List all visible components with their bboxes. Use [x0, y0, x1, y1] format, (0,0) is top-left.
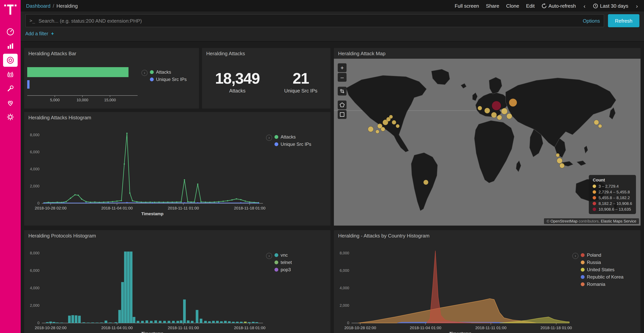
svg-text:6,000: 6,000	[30, 268, 40, 272]
svg-text:2018-11-04 01:00: 2018-11-04 01:00	[101, 206, 133, 210]
sidebar	[0, 0, 21, 333]
bar-chart-icon[interactable]	[0, 39, 21, 53]
svg-text:8,000: 8,000	[340, 251, 349, 255]
metric-value: 21	[284, 70, 318, 87]
clone-button[interactable]: Clone	[506, 3, 519, 9]
legend-toggle-icon[interactable]: ›	[572, 253, 578, 259]
gear-icon[interactable]	[0, 110, 21, 124]
panel-heralding-attacks-metric: Heralding Attacks 18,349 Attacks 21 Uniq…	[202, 48, 330, 109]
time-range-picker[interactable]: Last 30 days	[593, 3, 628, 9]
heartbeat-icon[interactable]	[0, 96, 21, 110]
legend-item[interactable]: Attacks	[150, 70, 187, 75]
legend-dot-icon	[581, 268, 584, 272]
auto-refresh-button[interactable]: Auto-refresh	[542, 3, 576, 9]
svg-text:0: 0	[347, 321, 349, 325]
map-attribution: © OpenStreetMap contributors, Elastic Ma…	[544, 218, 639, 224]
attacks-line-chart[interactable]: 02,0004,0006,0008,0002018-10-28 02:00201…	[24, 123, 266, 226]
legend-dot-icon	[274, 260, 278, 264]
metric-label: Attacks	[215, 88, 260, 94]
map-legend-dot-icon	[593, 184, 596, 188]
refresh-button[interactable]: Refresh	[608, 14, 640, 27]
chart-legend: › AttacksUnique Src IPs	[142, 59, 199, 109]
chart-legend: › PolandRussiaUnited StatesRepublic of K…	[572, 241, 640, 333]
full-screen-button[interactable]: Full screen	[455, 3, 479, 9]
legend-toggle-icon[interactable]: ›	[266, 135, 272, 141]
robot-icon[interactable]	[0, 67, 21, 81]
legend-dot-icon	[581, 253, 584, 257]
legend-label: Republic of Korea	[587, 274, 624, 280]
legend-dot-icon	[274, 142, 278, 146]
openstreetmap-link[interactable]: OpenStreetMap	[550, 219, 578, 223]
fit-bounds-icon[interactable]	[338, 87, 346, 96]
svg-text:2018-10-28 02:00: 2018-10-28 02:00	[35, 206, 66, 210]
panel-attacks-by-country-histogram: Heralding - Attacks by Country Histogram…	[334, 230, 640, 333]
legend-toggle-icon[interactable]: ›	[142, 70, 148, 76]
map-legend-row: 10,908.6 – 13,635	[593, 207, 632, 211]
metric-attacks: 18,349 Attacks	[215, 70, 260, 94]
svg-text:Timestamp: Timestamp	[141, 331, 164, 333]
wrench-icon[interactable]	[0, 81, 21, 96]
breadcrumb-separator: /	[53, 3, 54, 9]
query-area: >_ Options Refresh Add a filter +	[21, 12, 644, 42]
legend-item[interactable]: Unique Src IPs	[274, 142, 311, 147]
panel-heralding-attacks-bar: Heralding Attacks Bar 5,00010,00015,000 …	[24, 48, 199, 109]
legend-item[interactable]: Republic of Korea	[581, 274, 624, 280]
legend-dot-icon	[581, 260, 584, 264]
metric-label: Unique Src IPs	[284, 88, 318, 94]
legend-item[interactable]: Attacks	[274, 134, 311, 140]
draw-rectangle-icon[interactable]	[338, 110, 346, 119]
legend-item[interactable]: United States	[581, 267, 624, 272]
zoom-in-button[interactable]: +	[338, 63, 346, 72]
svg-text:2,000: 2,000	[30, 184, 40, 188]
query-options-link[interactable]: Options	[583, 18, 600, 24]
legend-item[interactable]: Russia	[581, 260, 624, 265]
sidebar-item-selected[interactable]	[0, 53, 21, 67]
world-map[interactable]: + –	[334, 59, 640, 226]
elastic-maps-link[interactable]: Elastic Maps Service	[601, 219, 636, 223]
tachometer-icon[interactable]	[0, 25, 21, 39]
clock-icon	[593, 3, 598, 8]
time-forward-chevron-icon[interactable]: ›	[635, 3, 639, 9]
legend-label: pop3	[280, 267, 291, 272]
edit-button[interactable]: Edit	[526, 3, 535, 9]
breadcrumb-dashboard-link[interactable]: Dashboard	[26, 3, 50, 9]
kibana-dashboard: Dashboard / Heralding Full screen Share …	[0, 0, 644, 333]
legend-item[interactable]: pop3	[274, 267, 292, 272]
add-filter-link[interactable]: Add a filter	[25, 31, 48, 37]
add-filter-plus-icon[interactable]: +	[51, 31, 54, 37]
svg-text:2018-11-11 01:00: 2018-11-11 01:00	[475, 325, 506, 330]
svg-text:2018-11-18 01:00: 2018-11-18 01:00	[234, 206, 266, 210]
legend-item[interactable]: Unique Src IPs	[150, 77, 187, 82]
time-back-chevron-icon[interactable]: ‹	[583, 3, 586, 9]
legend-label: Russia	[587, 260, 601, 265]
draw-polygon-icon[interactable]	[338, 101, 346, 109]
svg-text:0: 0	[38, 321, 40, 325]
legend-toggle-icon[interactable]: ›	[266, 253, 272, 259]
svg-text:4,000: 4,000	[30, 167, 40, 171]
svg-text:8,000: 8,000	[30, 133, 40, 137]
refresh-cycle-icon	[542, 3, 546, 8]
share-button[interactable]: Share	[486, 3, 499, 9]
search-input[interactable]	[38, 18, 580, 24]
legend-item[interactable]: Poland	[581, 252, 624, 258]
map-legend-row: 2,729.4 – 5,455.8	[593, 190, 632, 194]
map-count-legend: Count 3 – 2,729.42,729.4 – 5,455.85,455.…	[589, 175, 636, 214]
zoom-out-button[interactable]: –	[338, 73, 346, 82]
main-area: Dashboard / Heralding Full screen Share …	[21, 0, 644, 333]
map-legend-row: 3 – 2,729.4	[593, 184, 632, 188]
legend-item[interactable]: telnet	[274, 260, 292, 265]
telekom-logo[interactable]	[4, 4, 17, 16]
legend-label: Attacks	[156, 70, 171, 75]
dashboard-grid: Heralding Attacks Bar 5,00010,00015,000 …	[21, 42, 644, 333]
legend-item[interactable]: Romania	[581, 282, 624, 287]
country-area-chart[interactable]: 02,0004,0006,0008,0002018-10-28 02:00201…	[334, 241, 572, 333]
chart-legend: › vnctelnetpop3	[266, 241, 330, 333]
legend-dot-icon	[274, 268, 278, 272]
search-box[interactable]: >_ Options	[25, 14, 604, 27]
legend-label: Unique Src IPs	[156, 77, 187, 82]
svg-text:2,000: 2,000	[340, 303, 349, 307]
attacks-bar-chart[interactable]: 5,00010,00015,000	[24, 59, 142, 109]
legend-item[interactable]: vnc	[274, 252, 292, 258]
svg-text:2018-11-04 01:00: 2018-11-04 01:00	[101, 325, 133, 330]
protocols-bar-chart[interactable]: 02,0004,0006,0008,0002018-10-28 02:00201…	[24, 241, 266, 333]
